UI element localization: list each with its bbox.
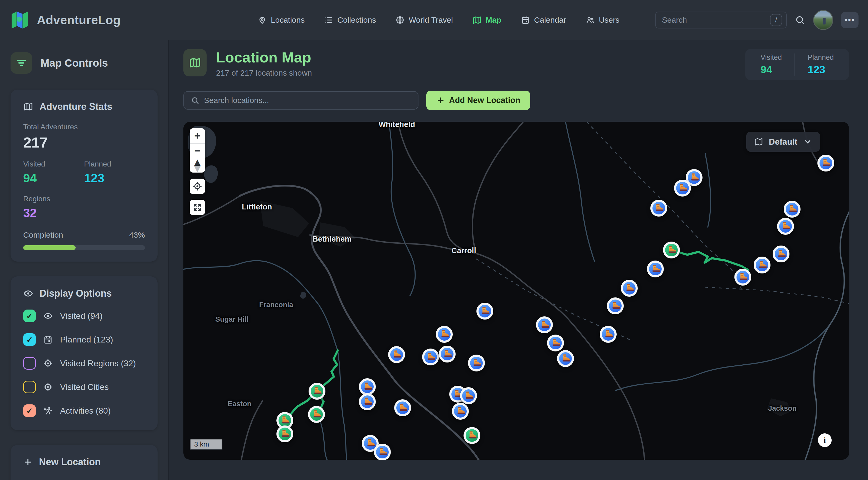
planned-hike-marker[interactable]	[359, 393, 376, 410]
location-search[interactable]	[183, 91, 418, 109]
visited-hike-marker[interactable]	[309, 383, 326, 399]
calendar-icon	[43, 335, 53, 344]
navbar-right: / •••	[655, 10, 859, 30]
planned-hike-marker[interactable]	[547, 334, 564, 351]
display-option-visited-cities[interactable]: Visited Cities	[23, 381, 145, 393]
hiking-boot-icon	[471, 357, 482, 369]
target-icon	[43, 382, 53, 392]
planned-hike-marker[interactable]	[436, 326, 453, 343]
zoom-out-button[interactable]: −	[190, 143, 205, 158]
planned-hike-marker[interactable]	[773, 246, 789, 262]
hiking-boot-icon	[610, 300, 621, 312]
location-map[interactable]: WhitefieldLittletonBethlehemCarrollFranc…	[183, 122, 849, 460]
planned-hike-marker[interactable]	[468, 355, 485, 372]
nav-item-users[interactable]: Users	[586, 15, 620, 25]
planned-hike-marker[interactable]	[650, 200, 667, 217]
planned-hike-marker[interactable]	[439, 346, 456, 362]
user-avatar[interactable]	[813, 10, 833, 30]
hiking-boot-icon	[737, 271, 749, 283]
planned-hike-marker[interactable]	[460, 387, 477, 404]
map-layer-picker[interactable]: Default	[746, 132, 820, 152]
display-option-visited-regions-32[interactable]: Visited Regions (32)	[23, 357, 145, 370]
display-option-visited-94[interactable]: ✓Visited (94)	[23, 310, 145, 322]
planned-hike-marker[interactable]	[621, 280, 638, 297]
sidebar-title: Map Controls	[40, 57, 108, 69]
add-new-location-button[interactable]: Add New Location	[426, 91, 530, 110]
map-icon	[472, 15, 482, 25]
fullscreen-button[interactable]	[190, 200, 205, 215]
planned-hike-marker[interactable]	[607, 297, 624, 314]
zoom-in-button[interactable]: +	[190, 128, 205, 143]
location-search-input[interactable]	[204, 96, 411, 105]
planned-hike-marker[interactable]	[557, 350, 574, 367]
hiking-boot-icon	[377, 446, 388, 458]
planned-hike-marker[interactable]	[647, 261, 664, 278]
regions-value: 32	[23, 206, 84, 220]
map-scale: 3 km	[190, 440, 222, 450]
hiking-boot-icon	[311, 409, 322, 420]
checkbox[interactable]: ✓	[23, 405, 36, 417]
gpx-tracks	[285, 250, 748, 434]
display-options-title: Display Options	[39, 288, 112, 299]
filter-icon[interactable]	[10, 52, 32, 74]
global-search-input[interactable]	[662, 15, 770, 25]
global-search[interactable]: /	[655, 11, 787, 28]
planned-hike-marker[interactable]	[359, 378, 376, 395]
map-info-button[interactable]: i	[818, 434, 832, 447]
nav-item-locations[interactable]: Locations	[258, 15, 305, 25]
checkbox[interactable]	[23, 357, 36, 370]
map-stats-badge: Visited 94 Planned 123	[745, 49, 849, 80]
search-icon[interactable]	[795, 15, 805, 25]
hiking-boot-icon	[391, 349, 402, 360]
planned-hike-marker[interactable]	[374, 444, 391, 460]
planned-hike-marker[interactable]	[817, 155, 834, 171]
planned-hike-marker[interactable]	[735, 269, 751, 286]
planned-hike-marker[interactable]	[754, 257, 771, 274]
checkbox[interactable]	[23, 381, 36, 393]
checkbox[interactable]: ✓	[23, 333, 36, 346]
nav-item-map[interactable]: Map	[472, 15, 501, 25]
planned-hike-marker[interactable]	[476, 303, 493, 320]
total-adventures-value: 217	[23, 134, 145, 151]
visited-hike-marker[interactable]	[663, 242, 680, 258]
plus-icon	[23, 457, 33, 467]
page-title: Location Map	[216, 49, 312, 66]
nav-item-calendar[interactable]: Calendar	[521, 15, 566, 25]
planned-hike-marker[interactable]	[777, 218, 794, 235]
planned-hike-marker[interactable]	[394, 399, 411, 416]
stats-card-title: Adventure Stats	[39, 101, 112, 112]
planned-hike-marker[interactable]	[536, 316, 553, 333]
new-location-hint: Click on the map to place a marker	[23, 479, 145, 480]
nav-item-world-travel[interactable]: World Travel	[396, 15, 453, 25]
hiking-boot-icon	[820, 157, 832, 169]
compass-button[interactable]: ▲▼	[190, 158, 205, 172]
visited-hike-marker[interactable]	[276, 425, 293, 442]
planned-stat: Planned 123	[84, 160, 145, 185]
planned-hike-marker[interactable]	[674, 180, 691, 196]
brand[interactable]: AdventureLog	[9, 10, 121, 30]
display-options-card: Display Options ✓Visited (94)✓Planned (1…	[10, 276, 158, 430]
locate-button[interactable]	[190, 179, 205, 194]
hiking-boot-icon	[279, 415, 291, 426]
planned-hike-marker[interactable]	[784, 201, 801, 218]
planned-hike-marker[interactable]	[600, 326, 617, 343]
hiking-boot-icon	[602, 328, 614, 340]
planned-hike-marker[interactable]	[422, 349, 439, 365]
planned-hike-marker[interactable]	[388, 346, 405, 363]
hiking-boot-icon	[362, 381, 373, 392]
hiking-boot-icon	[365, 438, 376, 449]
planned-value: 123	[84, 171, 145, 185]
visited-value: 94	[23, 171, 84, 185]
nav-item-collections[interactable]: Collections	[324, 15, 376, 25]
map-canvas	[183, 122, 849, 460]
visited-hike-marker[interactable]	[464, 427, 480, 444]
hiking-boot-icon	[455, 406, 466, 417]
display-option-activities-80[interactable]: ✓Activities (80)	[23, 405, 145, 417]
calendar-icon	[521, 15, 530, 25]
completion-progressbar	[23, 245, 145, 250]
more-menu-button[interactable]: •••	[841, 12, 859, 28]
planned-hike-marker[interactable]	[452, 403, 469, 420]
checkbox[interactable]: ✓	[23, 310, 36, 322]
visited-hike-marker[interactable]	[308, 406, 325, 423]
display-option-planned-123[interactable]: ✓Planned (123)	[23, 333, 145, 346]
